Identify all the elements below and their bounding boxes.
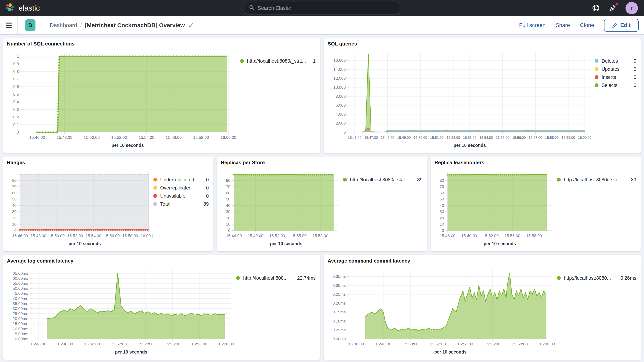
legend-item[interactable]: http://localhost:8080/_stat... 1	[240, 58, 316, 64]
svg-text:15:48:00: 15:48:00	[57, 135, 72, 140]
svg-text:15:46:00: 15:46:00	[348, 342, 364, 346]
svg-text:15:48:00: 15:48:00	[376, 342, 391, 346]
svg-text:per 10 seconds: per 10 seconds	[270, 241, 302, 246]
legend-item[interactable]: Inserts 0	[595, 74, 636, 80]
svg-text:0: 0	[442, 228, 444, 233]
svg-text:15:58:00: 15:58:00	[512, 342, 528, 346]
svg-text:16:00:00: 16:00:00	[539, 342, 555, 346]
svg-text:15:58:00: 15:58:00	[192, 342, 207, 346]
legend-item[interactable]: Selects 0	[595, 82, 636, 88]
panel-title: Average command commit latency	[328, 258, 638, 266]
svg-text:0: 0	[14, 228, 16, 233]
panel-replicas-per-store: Replicas per Store 0102030405060708015:4…	[217, 156, 427, 251]
panel-avg-command-commit-latency: Average command commit latency 0.00ms0.0…	[324, 255, 641, 360]
clone-button[interactable]: Clone	[580, 22, 594, 28]
svg-text:0.00ms: 0.00ms	[15, 336, 28, 341]
help-icon[interactable]	[592, 4, 600, 12]
brand-wordmark: elastic	[18, 4, 40, 12]
full-screen-button[interactable]: Full screen	[519, 22, 546, 28]
breadcrumb-dashboard-link[interactable]: Dashboard	[50, 22, 77, 28]
svg-text:15:48:00: 15:48:00	[381, 136, 394, 140]
svg-text:0: 0	[228, 228, 230, 233]
svg-text:0: 0	[344, 130, 346, 134]
series-dot	[557, 178, 561, 182]
legend: http://localhost:808... 22.74ms	[236, 266, 317, 356]
chart-replica-leaseholders: 0102030405060708015:46:0015:49:0015:52:0…	[434, 167, 557, 248]
global-search-bar[interactable]	[245, 2, 399, 14]
title-check-icon[interactable]	[188, 23, 194, 28]
panel-title: Ranges	[7, 160, 210, 167]
legend-item[interactable]: http://localhost:8080/_sta... 89	[557, 176, 636, 183]
legend: Underreplicated 0 Overreplicated 0 Unava…	[153, 167, 210, 248]
svg-text:0.6: 0.6	[13, 84, 19, 89]
svg-text:16:00:00: 16:00:00	[140, 234, 153, 238]
chart-sql-connections: 00.10.20.30.40.50.60.70.80.9115:46:0015:…	[7, 48, 240, 150]
svg-text:15:53:00: 15:53:00	[463, 136, 476, 140]
svg-text:15:52:00: 15:52:00	[483, 234, 499, 238]
panel-sql-queries: SQL queries 02,0004,0006,0008,00010,0001…	[324, 38, 641, 153]
svg-text:15:54:00: 15:54:00	[457, 342, 473, 346]
svg-text:15:54:00: 15:54:00	[479, 136, 493, 140]
share-button[interactable]: Share	[556, 22, 570, 28]
svg-text:8,000: 8,000	[336, 94, 346, 98]
svg-text:15:50:00: 15:50:00	[414, 136, 427, 140]
svg-text:15:56:00: 15:56:00	[484, 342, 500, 346]
series-dot	[153, 194, 157, 198]
legend-item[interactable]: http://localhost:8080/_sta... 89	[343, 176, 422, 183]
svg-text:0.05ms: 0.05ms	[332, 328, 346, 332]
svg-text:4,000: 4,000	[336, 112, 346, 116]
series-dot	[153, 186, 157, 190]
panel-title: Number of SQL connections	[7, 41, 317, 48]
svg-text:15:49:00: 15:49:00	[248, 234, 264, 238]
svg-text:15:59:00: 15:59:00	[562, 136, 575, 140]
svg-text:10.00ms: 10.00ms	[12, 326, 28, 331]
svg-text:15:56:00: 15:56:00	[166, 135, 182, 140]
panel-replica-leaseholders: Replica leaseholders 0102030405060708015…	[430, 156, 641, 251]
svg-text:0.1: 0.1	[13, 122, 19, 127]
menu-icon[interactable]	[0, 16, 18, 34]
svg-text:40: 40	[226, 203, 230, 208]
legend-item[interactable]: Unavailable 0	[153, 193, 209, 199]
elastic-brand[interactable]: elastic	[0, 2, 116, 14]
svg-text:15:55:00: 15:55:00	[496, 136, 509, 140]
news-popper-icon[interactable]	[608, 4, 617, 12]
svg-text:60: 60	[440, 191, 444, 195]
svg-text:15:50:00: 15:50:00	[84, 342, 100, 346]
svg-text:35.00ms: 35.00ms	[12, 301, 28, 306]
user-avatar[interactable]: r	[626, 2, 638, 14]
svg-text:0.8: 0.8	[13, 69, 19, 74]
svg-text:15:50:00: 15:50:00	[84, 135, 100, 140]
svg-text:15:58:00: 15:58:00	[545, 136, 558, 140]
svg-text:15:52:00: 15:52:00	[269, 234, 285, 238]
legend-item[interactable]: Deletes 0	[595, 58, 636, 64]
legend-item[interactable]: Total 89	[153, 201, 209, 207]
legend-item[interactable]: http://localhost:808... 22.74ms	[236, 275, 316, 281]
page-title: [Metricbeat CockroachDB] Overview	[85, 22, 185, 28]
svg-text:50: 50	[226, 197, 230, 201]
edit-button[interactable]: Edit	[604, 19, 638, 32]
legend-item[interactable]: Overreplicated 0	[153, 185, 209, 191]
svg-text:15:55:00: 15:55:00	[291, 234, 306, 238]
legend-item[interactable]: http://localhost:8080... 0.26ms	[557, 275, 636, 281]
svg-text:15:52:00: 15:52:00	[446, 136, 460, 140]
legend-item[interactable]: Updates 0	[595, 66, 636, 72]
search-input[interactable]	[258, 5, 395, 11]
legend-item[interactable]: Underreplicated 0	[153, 176, 209, 183]
svg-text:5.00ms: 5.00ms	[15, 332, 28, 336]
svg-text:15:46:00: 15:46:00	[12, 234, 28, 238]
svg-text:10: 10	[226, 222, 230, 226]
svg-text:0.35ms: 0.35ms	[332, 274, 346, 278]
notification-badge	[615, 2, 618, 6]
deployment-badge[interactable]: D	[25, 19, 36, 31]
svg-text:15:46:00: 15:46:00	[29, 135, 45, 140]
svg-text:50: 50	[12, 197, 16, 201]
svg-text:15:46:00: 15:46:00	[348, 136, 361, 140]
svg-text:15:52:00: 15:52:00	[111, 342, 127, 346]
svg-text:65.00ms: 65.00ms	[12, 271, 28, 276]
chart-ranges: 0102030405060708015:46:0015:48:0015:50:0…	[7, 167, 153, 248]
series-dot	[595, 67, 598, 71]
svg-text:6,000: 6,000	[336, 103, 346, 107]
panel-avg-log-commit-latency: Average log commit latency 0.00ms5.00ms1…	[3, 255, 320, 360]
svg-text:50: 50	[440, 197, 444, 201]
svg-text:70: 70	[12, 184, 16, 189]
